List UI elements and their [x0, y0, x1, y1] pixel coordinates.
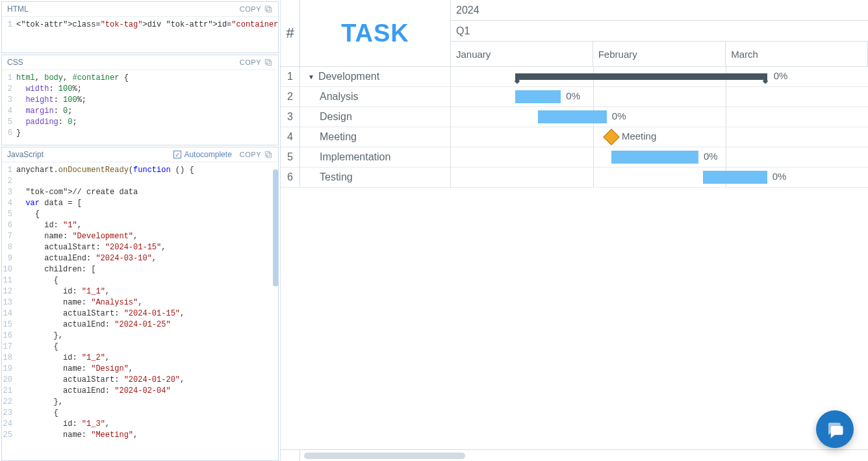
- gantt-task-header: TASK: [300, 0, 450, 67]
- gantt-row-num: 2: [281, 87, 300, 107]
- copy-button-js[interactable]: COPY: [240, 150, 273, 159]
- js-scrollbar[interactable]: [273, 169, 278, 442]
- copy-button-css[interactable]: COPY: [240, 58, 273, 67]
- gantt-progress-label: 0%: [772, 171, 787, 182]
- gantt-task-bar[interactable]: [538, 110, 607, 123]
- gantt-year-header: 2024: [451, 0, 868, 21]
- html-code-editor[interactable]: 1<"tok-attr">class="tok-tag">div "tok-at…: [2, 17, 278, 33]
- gantt-h-scrollbar[interactable]: [281, 449, 868, 461]
- gantt-bar-row[interactable]: Meeting: [451, 127, 868, 147]
- editor-sidebar: HTML COPY 1<"tok-attr">class="tok-tag">d…: [0, 0, 281, 461]
- gantt-quarter-header: Q1: [451, 21, 868, 42]
- gantt-months-header: JanuaryFebruaryMarch: [451, 42, 868, 67]
- html-panel-title: HTML: [7, 5, 29, 14]
- gantt-bar-row[interactable]: 0%: [451, 67, 868, 87]
- svg-rect-3: [265, 59, 270, 64]
- preview-pane: # TASK 2024 Q1 JanuaryFebruaryMarch 1234…: [281, 0, 868, 461]
- js-code-editor[interactable]: 1anychart.onDocumentReady(function () {2…: [2, 162, 278, 443]
- gantt-milestone-label: Meeting: [622, 131, 656, 142]
- gantt-task-bar[interactable]: [515, 90, 561, 103]
- checkbox-icon: ✓: [173, 151, 181, 158]
- svg-rect-4: [267, 153, 272, 158]
- copy-icon: [264, 5, 273, 14]
- svg-rect-1: [265, 6, 270, 10]
- caret-down-icon[interactable]: ▼: [308, 73, 314, 81]
- gantt-row-num: 4: [281, 127, 300, 147]
- copy-icon: [264, 58, 273, 67]
- gantt-progress-label: 0%: [704, 151, 718, 162]
- js-panel-title: JavaScript: [7, 150, 44, 159]
- svg-rect-0: [267, 8, 272, 12]
- copy-label: COPY: [240, 151, 261, 158]
- gantt-row-name[interactable]: Implementation: [300, 147, 450, 168]
- gantt-chart[interactable]: # TASK 2024 Q1 JanuaryFebruaryMarch 1234…: [281, 0, 868, 461]
- gantt-row-num: 3: [281, 107, 300, 127]
- gantt-month-header: March: [726, 42, 868, 66]
- gantt-month-header: January: [451, 42, 593, 66]
- gantt-bar-row[interactable]: 0%: [451, 87, 868, 107]
- chat-icon: [825, 419, 845, 439]
- gantt-row-name[interactable]: Design: [300, 107, 450, 127]
- css-code-editor[interactable]: 1html, body, #container {2 width: 100%;3…: [2, 70, 278, 142]
- autocomplete-toggle[interactable]: ✓ Autocomplete: [173, 150, 231, 159]
- gantt-progress-label: 0%: [566, 90, 580, 101]
- copy-label: COPY: [240, 58, 261, 66]
- js-panel-header: JavaScript ✓ Autocomplete COPY: [2, 147, 278, 162]
- gantt-num-header: #: [281, 0, 300, 67]
- gantt-month-header: February: [593, 42, 726, 66]
- svg-rect-5: [265, 151, 270, 156]
- svg-rect-2: [267, 61, 272, 66]
- gantt-task-bar[interactable]: [611, 151, 698, 164]
- gantt-parent-bar[interactable]: [515, 73, 767, 80]
- js-panel: JavaScript ✓ Autocomplete COPY 1anychart…: [1, 147, 279, 461]
- gantt-row-name[interactable]: Testing: [300, 168, 450, 188]
- css-panel: CSS COPY 1html, body, #container {2 widt…: [1, 55, 279, 145]
- html-panel: HTML COPY 1<"tok-attr">class="tok-tag">d…: [1, 1, 279, 53]
- copy-label: COPY: [240, 5, 261, 13]
- copy-icon: [264, 150, 273, 159]
- gantt-row-num: 5: [281, 147, 300, 168]
- gantt-row-num: 6: [281, 168, 300, 188]
- gantt-milestone-icon[interactable]: [603, 129, 619, 145]
- gantt-bar-row[interactable]: 0%: [451, 147, 868, 168]
- copy-button-html[interactable]: COPY: [240, 5, 273, 14]
- gantt-bar-row[interactable]: 0%: [451, 107, 868, 127]
- gantt-progress-label: 0%: [612, 110, 626, 121]
- html-panel-header: HTML COPY: [2, 2, 278, 17]
- chat-fab[interactable]: [816, 410, 854, 448]
- autocomplete-label: Autocomplete: [184, 150, 231, 159]
- css-panel-header: CSS COPY: [2, 55, 278, 70]
- gantt-progress-label: 0%: [774, 70, 788, 81]
- gantt-row-name[interactable]: ▼Development: [300, 67, 450, 87]
- gantt-bar-row[interactable]: 0%: [451, 168, 868, 188]
- gantt-row-name[interactable]: Meeting: [300, 127, 450, 147]
- gantt-task-bar[interactable]: [703, 171, 767, 184]
- gantt-row-name[interactable]: Analysis: [300, 87, 450, 107]
- css-panel-title: CSS: [7, 58, 23, 67]
- gantt-row-num: 1: [281, 67, 300, 87]
